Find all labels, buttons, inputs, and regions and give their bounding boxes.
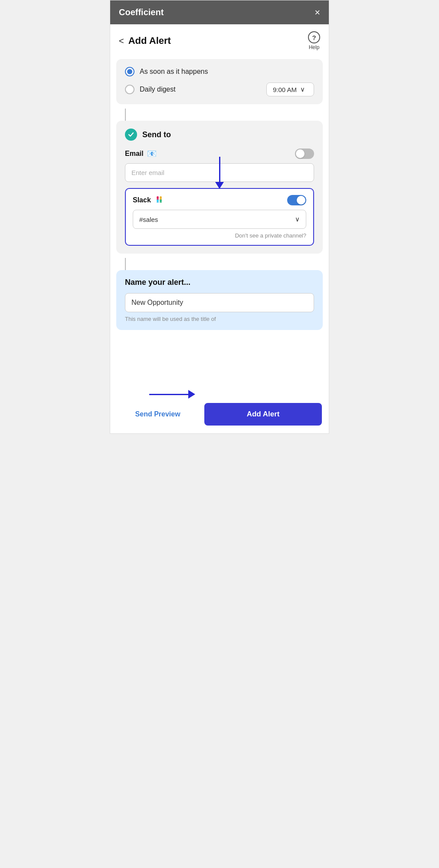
send-to-header: Send to: [125, 129, 314, 141]
radio-immediate[interactable]: [125, 67, 134, 76]
name-alert-section: Name your alert... This name will be use…: [116, 270, 323, 330]
app-title: Coefficient: [119, 7, 164, 17]
name-alert-title: Name your alert...: [125, 278, 314, 287]
alert-name-input[interactable]: [125, 293, 314, 312]
check-circle-icon: [125, 129, 137, 141]
help-label: Help: [309, 44, 320, 50]
slack-icon: [154, 195, 164, 205]
send-to-section: Send to Email 📧 Slack: [116, 121, 323, 254]
radio-row-immediate: As soon as it happens: [125, 67, 314, 76]
private-channel-link[interactable]: Don't see a private channel?: [133, 232, 306, 239]
radio-row-daily: Daily digest 9:00 AM ∨: [125, 83, 314, 96]
arrow-head-down-icon: [215, 182, 224, 189]
slack-channel-value: #sales: [139, 216, 158, 223]
svg-rect-5: [160, 198, 162, 200]
slack-channel-dropdown[interactable]: #sales ∨: [133, 210, 306, 229]
radio-daily[interactable]: [125, 85, 134, 94]
checkmark-svg: [128, 131, 134, 138]
help-icon: ?: [308, 31, 320, 43]
email-label: Email: [125, 150, 144, 158]
time-dropdown[interactable]: 9:00 AM ∨: [266, 83, 314, 96]
slack-channel-row: Slack: [133, 195, 306, 205]
send-to-title: Send to: [142, 130, 171, 139]
close-button[interactable]: ×: [315, 8, 320, 17]
chevron-down-slack-icon: ∨: [295, 215, 300, 223]
send-preview-button[interactable]: Send Preview: [117, 404, 198, 424]
svg-rect-6: [160, 201, 162, 203]
radio-group: As soon as it happens Daily digest 9:00 …: [125, 67, 314, 96]
time-value: 9:00 AM: [273, 86, 297, 93]
add-alert-button[interactable]: Add Alert: [204, 403, 322, 426]
section-connector-2: [125, 258, 126, 270]
svg-point-0: [157, 196, 159, 198]
slack-wrapper: Slack: [125, 188, 314, 246]
svg-rect-4: [157, 198, 159, 200]
footer: Send Preview Add Alert: [110, 397, 329, 433]
section-connector: [125, 109, 126, 121]
down-arrow-annotation: [215, 157, 224, 189]
radio-immediate-label: As soon as it happens: [140, 68, 208, 76]
svg-point-1: [160, 196, 162, 198]
back-button[interactable]: <: [119, 36, 124, 46]
slack-toggle[interactable]: [287, 195, 306, 205]
name-helper-text: This name will be used as the title of: [125, 316, 314, 322]
arrow-head-right-icon: [188, 390, 195, 399]
page-title: Add Alert: [128, 35, 171, 46]
email-icon: 📧: [147, 149, 157, 158]
slack-label: Slack: [133, 196, 151, 204]
svg-rect-7: [157, 201, 159, 203]
slack-toggle-knob: [297, 196, 305, 205]
arrow-horizontal-line: [149, 394, 188, 395]
app-container: Coefficient × < Add Alert ? Help As soon…: [110, 0, 329, 434]
schedule-section: As soon as it happens Daily digest 9:00 …: [116, 59, 323, 104]
slack-section: Slack: [125, 188, 314, 246]
back-title-group: < Add Alert: [119, 35, 171, 46]
content-area: As soon as it happens Daily digest 9:00 …: [110, 55, 329, 397]
help-button[interactable]: ? Help: [308, 31, 320, 50]
sub-header: < Add Alert ? Help: [110, 24, 329, 55]
radio-daily-label: Daily digest: [140, 86, 176, 93]
app-header: Coefficient ×: [110, 0, 329, 24]
arrow-vertical-line: [219, 157, 220, 182]
svg-point-3: [157, 199, 159, 201]
right-arrow-annotation: [149, 390, 195, 399]
chevron-down-icon: ∨: [300, 86, 305, 93]
radio-inner-dot: [127, 69, 132, 74]
svg-point-2: [160, 199, 162, 201]
email-toggle[interactable]: [295, 149, 314, 159]
email-toggle-knob: [296, 149, 305, 158]
